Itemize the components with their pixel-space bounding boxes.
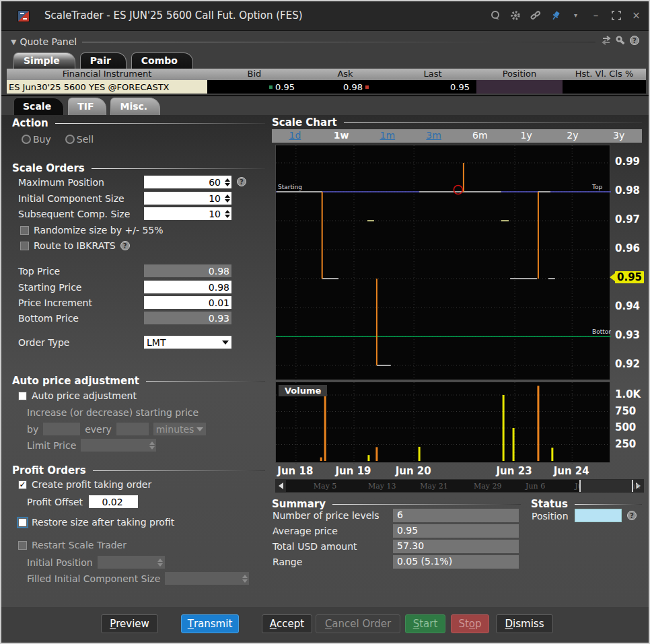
tab-misc[interactable]: Misc. (110, 98, 160, 115)
range-2y[interactable]: 2y (550, 129, 596, 143)
help-icon[interactable]: ? (627, 511, 637, 520)
preview-button[interactable]: Preview (101, 614, 158, 633)
initial-position-label: Initial Position (27, 557, 93, 568)
restart-scale-trader-checkbox[interactable] (18, 541, 27, 550)
quote-panel-title: Quote Panel (20, 36, 77, 47)
scrollbar-date-label: May 21 (420, 482, 448, 491)
range-1w[interactable]: 1w (318, 129, 365, 143)
divider (1, 95, 649, 96)
volume-axis-label: 250 (615, 438, 636, 450)
average-price-field: 0.95 (393, 524, 519, 538)
price-axis-label: 0.95 (615, 271, 644, 283)
scale-chart-section-header: Scale Chart (272, 116, 642, 129)
maximum-position-input[interactable]: 60 (144, 176, 231, 188)
dismiss-button[interactable]: Dismiss (496, 614, 553, 633)
volume-pane-label: Volume (279, 385, 327, 396)
order-type-label: Order Type (18, 337, 69, 348)
randomize-size-checkbox[interactable] (20, 226, 29, 235)
adjust-unit-dropdown: minutes (153, 423, 206, 435)
price-increment-input[interactable]: 0.01 (144, 296, 231, 309)
scrollbar-thumb[interactable] (579, 480, 633, 492)
auto-price-checkbox[interactable] (18, 392, 27, 400)
starting-price-input[interactable]: 0.98 (144, 281, 231, 293)
price-axis-label: 0.94 (615, 300, 640, 312)
quote-table-header: Financial Instrument Bid Ask Last Positi… (7, 69, 646, 80)
tab-combo[interactable]: Combo (131, 52, 193, 69)
pin-icon[interactable] (550, 9, 561, 21)
svg-text:Starting: Starting (278, 184, 302, 190)
scale-chart: StartingTopBottom0.990.980.970.960.950.9… (275, 145, 644, 493)
profit-offset-input[interactable]: 0.02 (89, 495, 138, 508)
link-icon[interactable] (530, 9, 541, 21)
gear-icon[interactable] (509, 9, 521, 21)
maximize-icon[interactable] (610, 9, 622, 21)
buy-label: Buy (33, 134, 51, 145)
limit-price-label: Limit Price (27, 440, 76, 451)
sell-radio[interactable] (65, 135, 75, 144)
auto-price-desc: Increase (or decrease) starting price (27, 407, 198, 418)
range-1d[interactable]: 1d (272, 129, 318, 143)
cancel-order-button: Cancel Order (316, 614, 400, 633)
create-profit-checkbox[interactable]: ✓ (18, 480, 27, 489)
scaletrader-window: ScaleTrader - ES JUN'25 5600 Call Fut. O… (0, 0, 650, 644)
help-icon[interactable]: ? (630, 36, 639, 45)
stop-button: Stop (451, 614, 489, 633)
volume-axis-label: 500 (615, 421, 636, 433)
hst-vl-cls-cell (563, 80, 646, 94)
divider (82, 42, 595, 42)
accept-button[interactable]: Accept (262, 614, 312, 633)
adjust-amount-input (43, 423, 80, 435)
range-label: Range (273, 557, 302, 567)
subsequent-comp-size-label: Subsequent Comp. Size (18, 209, 130, 219)
action-section-header: Action (12, 117, 265, 129)
swap-arrows-icon[interactable] (601, 36, 612, 48)
adjust-interval-input (116, 423, 149, 435)
range-3m[interactable]: 3m (410, 129, 457, 143)
top-price-field: 0.98 (144, 264, 231, 277)
position-cell (476, 80, 563, 94)
scroll-left-button[interactable] (276, 480, 286, 492)
wrench-icon[interactable] (616, 36, 626, 48)
ask-cell: 0.98 (301, 80, 389, 94)
range-3y[interactable]: 3y (595, 129, 642, 143)
history-icon[interactable] (489, 9, 501, 21)
scrollbar-date-label: Jun 6 (526, 482, 545, 491)
tab-pair[interactable]: Pair (80, 52, 127, 69)
order-type-dropdown[interactable]: LMT (144, 336, 231, 349)
profit-offset-label: Profit Offset (27, 497, 83, 507)
scrollbar-date-label: May 13 (368, 482, 396, 491)
buy-radio[interactable] (22, 135, 31, 144)
filled-initial-input (165, 572, 249, 585)
status-position-label: Position (532, 511, 569, 522)
instrument-cell[interactable]: ES Jun30'25 5600 YES @FORECASTX (7, 80, 207, 94)
transmit-button[interactable]: Transmit (181, 614, 239, 633)
route-ibkrats-checkbox[interactable] (20, 242, 29, 250)
tab-tif[interactable]: TIF (68, 98, 106, 115)
restore-size-checkbox[interactable] (18, 518, 27, 527)
subsequent-comp-size-input[interactable]: 10 (144, 207, 231, 220)
chart-scrollbar[interactable]: May 5May 13May 21May 29Jun 6Jun 1Jun (275, 479, 644, 493)
scrollbar-date-label: May 5 (314, 482, 337, 491)
price-axis-label: 0.97 (615, 213, 640, 225)
tab-scale[interactable]: Scale (13, 98, 64, 115)
range-6m[interactable]: 6m (457, 129, 503, 143)
restart-scale-trader-label: Restart Scale Trader (32, 540, 127, 550)
initial-component-size-input[interactable]: 10 (144, 192, 231, 205)
help-icon[interactable]: ? (237, 177, 246, 186)
range-1m[interactable]: 1m (365, 129, 411, 143)
close-icon[interactable]: × (630, 9, 642, 21)
quote-table-row[interactable]: ES Jun30'25 5600 YES @FORECASTX 0.95 0.9… (7, 80, 646, 94)
price-axis-label: 0.98 (615, 184, 640, 196)
help-icon[interactable]: ? (120, 241, 130, 250)
restore-size-label: Restore size after taking profit (32, 517, 174, 528)
total-usd-field: 57.30 (393, 540, 519, 553)
minimize-icon[interactable]: – (590, 9, 602, 21)
price-axis-label: 0.92 (615, 358, 640, 370)
tab-simple[interactable]: Simple (13, 52, 75, 69)
range-1y[interactable]: 1y (503, 129, 550, 143)
starting-price-label: Starting Price (18, 282, 81, 293)
caret-down-icon[interactable]: ▾ (570, 9, 581, 21)
initial-component-size-label: Initial Component Size (18, 193, 124, 204)
quote-panel-collapse-icon[interactable]: ▼ (11, 38, 16, 46)
bid-cell: 0.95 (207, 80, 301, 94)
